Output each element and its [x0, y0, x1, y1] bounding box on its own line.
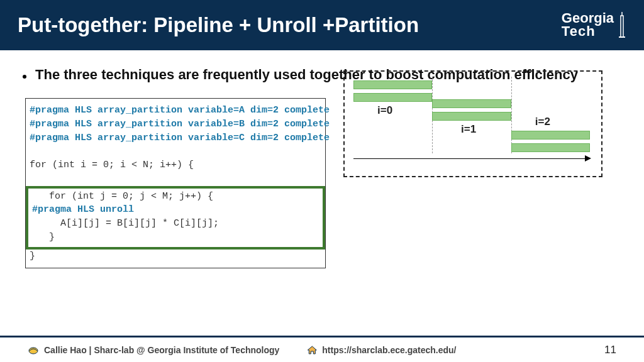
home-icon — [307, 346, 317, 354]
title-bar: Put-together: Pipeline + Unroll +Partiti… — [0, 0, 644, 50]
bullet-dot-icon — [23, 75, 26, 79]
slide-body: The three techniques are frequently used… — [0, 50, 644, 362]
footer-center: https://sharclab.ece.gatech.edu/ — [307, 345, 456, 355]
code-assign: A[i][j] = B[i][j] * C[i][j]; — [32, 217, 319, 231]
code-pragma-c: #pragma HLS array_partition variable=C d… — [30, 131, 321, 145]
svg-marker-4 — [308, 346, 316, 354]
code-pragma-b: #pragma HLS array_partition variable=B d… — [30, 118, 321, 131]
slide-title: Put-together: Pipeline + Unroll +Partiti… — [18, 13, 419, 37]
pipeline-bar — [432, 99, 511, 108]
label-i0: i=0 — [377, 104, 392, 117]
page-number: 11 — [604, 344, 616, 356]
code-pragma-a: #pragma HLS array_partition variable=A d… — [30, 104, 321, 118]
logo-line2: Tech — [562, 25, 614, 38]
pipeline-bar — [353, 80, 432, 89]
footer: Callie Hao | Sharc-lab @ Georgia Institu… — [0, 336, 644, 362]
logo-tower-icon — [618, 12, 626, 38]
svg-rect-0 — [621, 16, 623, 37]
time-axis — [353, 158, 585, 159]
arrow-right-icon — [585, 155, 591, 162]
content-row: #pragma HLS array_partition variable=A d… — [25, 98, 619, 268]
highlighted-inner-loop: for (int j = 0; j < M; j++) { #pragma HL… — [26, 186, 325, 250]
pipeline-bar — [511, 131, 590, 140]
code-box: #pragma HLS array_partition variable=A d… — [25, 98, 326, 268]
label-i1: i=1 — [461, 123, 476, 136]
buzz-icon — [28, 346, 39, 354]
code-close-inner: } — [32, 231, 319, 244]
code-for-inner: for (int j = 0; j < M; j++) { — [32, 190, 319, 204]
footer-url: https://sharclab.ece.gatech.edu/ — [322, 345, 456, 355]
label-i2: i=2 — [535, 116, 550, 128]
pipeline-bar — [432, 112, 511, 121]
pipeline-bar — [511, 143, 590, 152]
code-for-outer: for (int i = 0; i < N; i++) { — [30, 158, 321, 172]
slide: Put-together: Pipeline + Unroll +Partiti… — [0, 0, 644, 362]
georgia-tech-logo: Georgia Tech — [562, 12, 626, 38]
footer-left: Callie Hao | Sharc-lab @ Georgia Institu… — [28, 345, 279, 355]
code-pragma-unroll: #pragma HLS unroll — [32, 203, 319, 217]
stage-divider — [511, 77, 512, 153]
pipeline-bar — [353, 93, 432, 102]
code-close-outer: } — [30, 250, 321, 263]
pipeline-diagram: i=0 i=1 i=2 — [343, 70, 602, 177]
footer-author: Callie Hao | Sharc-lab @ Georgia Institu… — [44, 345, 279, 355]
